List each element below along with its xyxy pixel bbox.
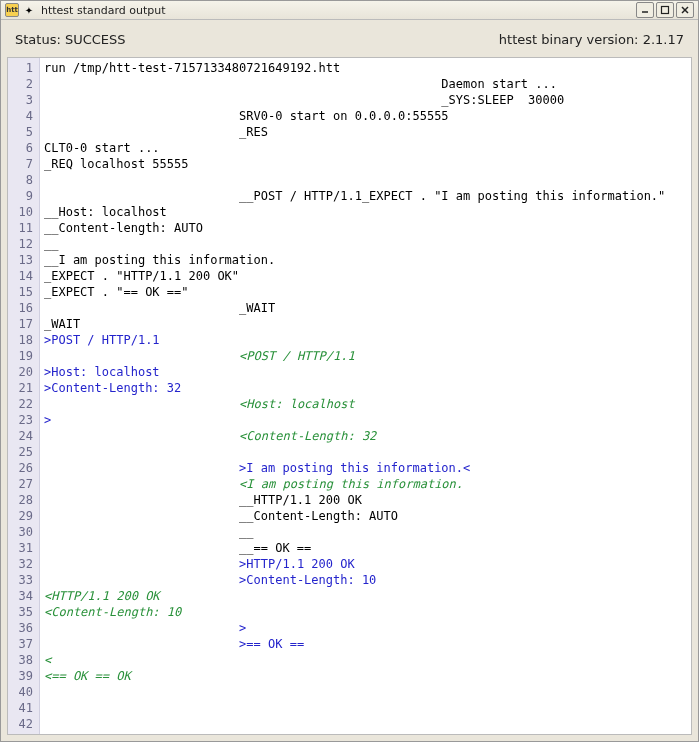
code-line	[44, 684, 687, 700]
minimize-button[interactable]	[636, 2, 654, 18]
code-segment: <Content-Length: 10	[44, 605, 181, 619]
line-number: 38	[12, 652, 33, 668]
code-segment	[44, 461, 239, 475]
line-number: 12	[12, 236, 33, 252]
code-line: __HTTP/1.1 200 OK	[44, 492, 687, 508]
code-line: __Content-length: AUTO	[44, 220, 687, 236]
line-number: 5	[12, 124, 33, 140]
code-segment: <I am posting this information.	[239, 477, 463, 491]
line-number: 10	[12, 204, 33, 220]
status-value: SUCCESS	[65, 32, 126, 47]
code-segment: >Host: localhost	[44, 365, 160, 379]
code-segment: <	[44, 653, 51, 667]
version-value: 2.1.17	[643, 32, 684, 47]
line-number: 22	[12, 396, 33, 412]
code-segment: >POST / HTTP/1.1	[44, 333, 160, 347]
code-area[interactable]: run /tmp/htt-test-7157133480721649192.ht…	[40, 58, 691, 734]
line-number: 31	[12, 540, 33, 556]
code-line: <Content-Length: 10	[44, 604, 687, 620]
code-segment: <== OK == OK	[44, 669, 131, 683]
code-line: Daemon start ...	[44, 76, 687, 92]
code-segment: __Content-length: AUTO	[44, 221, 203, 235]
code-segment	[44, 477, 239, 491]
line-number: 30	[12, 524, 33, 540]
line-number: 4	[12, 108, 33, 124]
code-line: <POST / HTTP/1.1	[44, 348, 687, 364]
line-number: 23	[12, 412, 33, 428]
code-segment	[44, 557, 239, 571]
app-icon: htt	[5, 3, 19, 17]
code-line: >Content-Length: 32	[44, 380, 687, 396]
code-line: _WAIT	[44, 300, 687, 316]
code-line: >HTTP/1.1 200 OK	[44, 556, 687, 572]
line-number: 33	[12, 572, 33, 588]
code-segment: SRV0-0 start on 0.0.0.0:55555	[44, 109, 449, 123]
line-number: 39	[12, 668, 33, 684]
code-segment: CLT0-0 start ...	[44, 141, 160, 155]
titlebar[interactable]: htt ✦ httest standard output	[1, 1, 698, 20]
code-line: >POST / HTTP/1.1	[44, 332, 687, 348]
version-text: httest binary version: 2.1.17	[499, 32, 684, 47]
line-number: 28	[12, 492, 33, 508]
code-segment	[44, 349, 239, 363]
status-text: Status: SUCCESS	[15, 32, 126, 47]
code-line: >	[44, 412, 687, 428]
line-number: 24	[12, 428, 33, 444]
line-number: 42	[12, 716, 33, 732]
code-segment: _SYS:SLEEP 30000	[44, 93, 564, 107]
line-number: 40	[12, 684, 33, 700]
code-segment	[44, 621, 239, 635]
line-number: 19	[12, 348, 33, 364]
code-line: CLT0-0 start ...	[44, 140, 687, 156]
line-number: 13	[12, 252, 33, 268]
code-line	[44, 700, 687, 716]
code-line: _WAIT	[44, 316, 687, 332]
code-segment: >HTTP/1.1 200 OK	[239, 557, 355, 571]
code-segment: <POST / HTTP/1.1	[239, 349, 355, 363]
maximize-button[interactable]	[656, 2, 674, 18]
close-button[interactable]	[676, 2, 694, 18]
code-segment: >I am posting this information.<	[239, 461, 470, 475]
code-segment	[44, 429, 239, 443]
line-number: 37	[12, 636, 33, 652]
code-segment: _EXPECT . "== OK =="	[44, 285, 189, 299]
code-segment: __I am posting this information.	[44, 253, 275, 267]
code-line	[44, 172, 687, 188]
content-area: Status: SUCCESS httest binary version: 2…	[1, 20, 698, 741]
code-segment: _EXPECT . "HTTP/1.1 200 OK"	[44, 269, 239, 283]
code-segment: __== OK ==	[44, 541, 311, 555]
window-controls	[636, 2, 694, 18]
line-number: 18	[12, 332, 33, 348]
code-line: __Host: localhost	[44, 204, 687, 220]
code-line: __Content-Length: AUTO	[44, 508, 687, 524]
line-number-gutter: 1234567891011121314151617181920212223242…	[8, 58, 40, 734]
line-number: 14	[12, 268, 33, 284]
code-segment: __HTTP/1.1 200 OK	[44, 493, 362, 507]
code-segment: <Content-Length: 32	[239, 429, 376, 443]
line-number: 17	[12, 316, 33, 332]
svg-rect-1	[662, 7, 669, 14]
code-line: _EXPECT . "== OK =="	[44, 284, 687, 300]
code-segment: >Content-Length: 32	[44, 381, 181, 395]
code-line: <Host: localhost	[44, 396, 687, 412]
code-segment: <Host: localhost	[239, 397, 355, 411]
code-line: <HTTP/1.1 200 OK	[44, 588, 687, 604]
output-editor[interactable]: 1234567891011121314151617181920212223242…	[7, 57, 692, 735]
line-number: 21	[12, 380, 33, 396]
line-number: 34	[12, 588, 33, 604]
code-line: <	[44, 652, 687, 668]
code-line: __POST / HTTP/1.1_EXPECT . "I am posting…	[44, 188, 687, 204]
code-segment: __POST / HTTP/1.1_EXPECT . "I am posting…	[44, 189, 665, 203]
code-segment: __	[44, 237, 58, 251]
line-number: 35	[12, 604, 33, 620]
line-number: 41	[12, 700, 33, 716]
code-line: __I am posting this information.	[44, 252, 687, 268]
code-segment	[44, 637, 239, 651]
app-window: htt ✦ httest standard output Status: SUC…	[0, 0, 699, 742]
line-number: 15	[12, 284, 33, 300]
line-number: 11	[12, 220, 33, 236]
code-segment: _WAIT	[44, 317, 80, 331]
code-line: run /tmp/htt-test-7157133480721649192.ht…	[44, 60, 687, 76]
code-segment: <HTTP/1.1 200 OK	[44, 589, 160, 603]
code-line: _RES	[44, 124, 687, 140]
